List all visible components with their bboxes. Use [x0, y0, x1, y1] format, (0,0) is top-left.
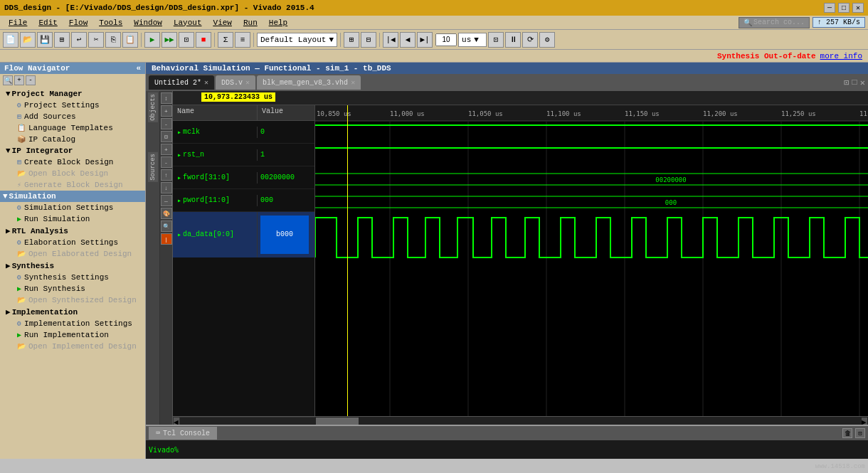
search-box[interactable]: 🔍 Search co... [739, 17, 810, 28]
tab-close-icon[interactable]: ✕ [204, 78, 208, 87]
nav-open-synthesized-design[interactable]: 📂 Open Synthesized Design [0, 294, 145, 306]
zoom-out-button[interactable]: ⊟ [361, 32, 376, 48]
signal-row-mclk[interactable]: ▸ mclk 0 [173, 121, 314, 144]
signal-row-da-data[interactable]: ▸ da_data[9:0] b000 [173, 212, 314, 257]
nav-ip-catalog[interactable]: 📦 IP Catalog [0, 134, 145, 145]
signal-row-rst-n[interactable]: ▸ rst_n 1 [173, 144, 314, 166]
prev-button[interactable]: ◀ [400, 32, 416, 48]
section-implementation[interactable]: ▶ Implementation [0, 306, 145, 318]
save-button[interactable]: 💾 [37, 32, 53, 48]
flow-navigator-collapse[interactable]: « [136, 64, 141, 73]
section-ip-integrator[interactable]: ▼ IP Integrator [0, 145, 145, 156]
fit-button[interactable]: ⊡ [488, 32, 504, 48]
tcl-console-tab[interactable]: ⌨ Tcl Console [149, 427, 217, 440]
nav-project-settings[interactable]: ⚙ Project Settings [0, 100, 145, 111]
console-float-btn[interactable]: ⊡ [855, 428, 865, 438]
nav-elaboration-settings[interactable]: ⚙ Elaboration Settings [0, 237, 145, 248]
tab-max-icon[interactable]: □ [852, 78, 857, 87]
wf-up-btn[interactable]: ↑ [161, 169, 172, 181]
save-all-button[interactable]: ⊞ [54, 32, 70, 48]
console-clear-btn[interactable]: 🗑 [842, 428, 852, 438]
menu-run[interactable]: Run [238, 18, 263, 27]
tab-dds-v[interactable]: DDS.v ✕ [216, 75, 255, 90]
menu-edit[interactable]: Edit [33, 18, 63, 27]
tab-untitled2[interactable]: Untitled 2* ✕ [149, 75, 214, 90]
copy-button[interactable]: ⎘ [105, 32, 121, 48]
settings-button[interactable]: ⚙ [539, 32, 555, 48]
scroll-right-btn[interactable]: ▶ [862, 418, 867, 425]
menu-file[interactable]: File [3, 18, 33, 27]
menu-help[interactable]: Help [263, 18, 293, 27]
maximize-button[interactable]: □ [838, 3, 850, 13]
pause-button[interactable]: ⏸ [505, 32, 521, 48]
synthesis-more-info-link[interactable]: more info [820, 52, 862, 60]
paste-button[interactable]: 📋 [122, 32, 138, 48]
menu-window[interactable]: Window [128, 18, 168, 27]
nav-run-implementation[interactable]: ▶ Run Implementation [0, 329, 145, 341]
next-button[interactable]: ▶| [417, 32, 433, 48]
tab-blk-mem[interactable]: blk_mem_gen_v8_3.vhd ✕ [257, 75, 361, 90]
wf-cursor-btn[interactable]: ↕ [161, 92, 172, 104]
scroll-left-btn[interactable]: ◀ [174, 418, 179, 425]
nav-open-implemented-design[interactable]: 📂 Open Implemented Design [0, 341, 145, 352]
close-button[interactable]: ✕ [852, 3, 864, 13]
nav-add-sources[interactable]: ⊞ Add Sources [0, 111, 145, 122]
menu-flow[interactable]: Flow [63, 18, 93, 27]
stop-button[interactable]: ■ [196, 32, 211, 48]
nav-generate-block-design[interactable]: ⚡ Generate Block Design [0, 179, 145, 191]
wf-add-signal-btn[interactable]: + [161, 144, 172, 155]
menu-view[interactable]: View [208, 18, 238, 27]
waveform-hscroll[interactable]: ◀ ▶ [173, 416, 868, 425]
step-button[interactable]: ⊡ [179, 32, 194, 48]
wf-zoom-fit-btn[interactable]: ⊡ [161, 131, 172, 142]
time-input[interactable] [435, 33, 457, 46]
section-synthesis[interactable]: ▶ Synthesis [0, 260, 145, 272]
nav-open-elaborated-design[interactable]: 📂 Open Elaborated Design [0, 248, 145, 260]
impl-button[interactable]: ≡ [235, 32, 250, 48]
nav-run-synthesis[interactable]: ▶ Run Synthesis [0, 283, 145, 294]
sources-panel-label[interactable]: Sources [148, 152, 158, 182]
nav-language-templates[interactable]: 📋 Language Templates [0, 122, 145, 134]
run-all-button[interactable]: ▶▶ [162, 32, 177, 48]
tab-close-icon[interactable]: ✕ [245, 78, 250, 87]
tab-float-icon[interactable]: ⊡ [844, 78, 849, 88]
time-unit-dropdown[interactable]: us ▼ [458, 33, 487, 47]
zoom-in-button[interactable]: ⊞ [344, 32, 359, 48]
section-project-manager[interactable]: ▼ Project Manager [0, 88, 145, 100]
synth-button[interactable]: Σ [218, 32, 233, 48]
objects-panel-label[interactable]: Objects [148, 92, 158, 122]
menu-tools[interactable]: Tools [93, 18, 128, 27]
section-rtl-analysis[interactable]: ▶ RTL Analysis [0, 225, 145, 237]
nav-simulation-settings[interactable]: ⚙ Simulation Settings [0, 202, 145, 213]
start-button[interactable]: |◀ [383, 32, 398, 48]
wf-zoom-out-btn[interactable]: - [161, 118, 172, 129]
open-button[interactable]: 📂 [20, 32, 36, 48]
nav-search-button[interactable]: 🔍 [3, 75, 13, 85]
console-input[interactable] [181, 446, 865, 454]
run-button[interactable]: ▶ [144, 32, 160, 48]
wf-find-btn[interactable]: 🔍 [161, 220, 172, 232]
scroll-left-track[interactable] [180, 418, 315, 425]
nav-expand-button[interactable]: + [14, 75, 24, 85]
nav-run-simulation[interactable]: ▶ Run Simulation [0, 213, 145, 225]
new-file-button[interactable]: 📄 [3, 32, 18, 48]
nav-open-block-design[interactable]: 📂 Open Block Design [0, 168, 145, 179]
signal-row-fword[interactable]: ▸ fword[31:0] 00200000 [173, 166, 314, 189]
nav-implementation-settings[interactable]: ⚙ Implementation Settings [0, 318, 145, 329]
wf-zoom-in-btn[interactable]: + [161, 105, 172, 117]
rerun-button[interactable]: ⟳ [522, 32, 538, 48]
wf-marker-btn[interactable]: | [161, 233, 172, 245]
nav-synthesis-settings[interactable]: ⚙ Synthesis Settings [0, 272, 145, 283]
nav-create-block-design[interactable]: ⊞ Create Block Design [0, 156, 145, 168]
tab-close-icon[interactable]: ✕ [351, 78, 355, 87]
waveform-display[interactable]: 10,850 us 11,000 us 11,050 us 11,100 us … [315, 105, 868, 416]
menu-layout[interactable]: Layout [168, 18, 208, 27]
wf-down-btn[interactable]: ↓ [161, 182, 172, 193]
tab-close-all-icon[interactable]: ✕ [860, 78, 865, 88]
scroll-thumb[interactable] [316, 418, 359, 425]
undo-button[interactable]: ↩ [71, 32, 87, 48]
wf-remove-signal-btn[interactable]: - [161, 156, 172, 168]
console-body[interactable]: Vivado% [146, 440, 868, 459]
cut-button[interactable]: ✂ [88, 32, 104, 48]
layout-dropdown[interactable]: Default Layout ▼ [257, 33, 337, 47]
